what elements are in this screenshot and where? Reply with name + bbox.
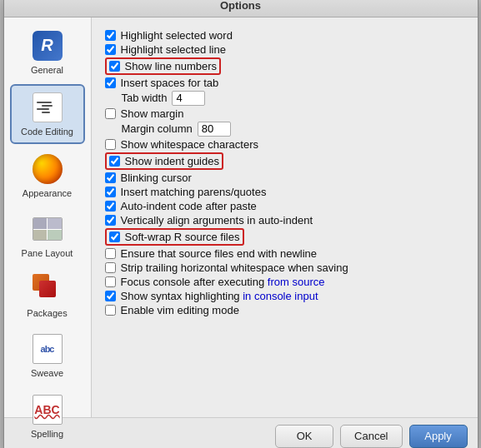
enable-vim-row: Enable vim editing mode [105, 304, 464, 316]
soft-wrap-label[interactable]: Soft-wrap R source files [125, 231, 240, 243]
sidebar-item-label: Code Editing [21, 127, 73, 137]
show-line-numbers-label[interactable]: Show line numbers [125, 60, 218, 72]
insert-matching-parens-checkbox[interactable] [105, 187, 116, 197]
show-syntax-checkbox[interactable] [105, 291, 116, 301]
content-area: R General Code Editing [4, 17, 478, 417]
show-margin-label[interactable]: Show margin [121, 107, 184, 120]
sweave-icon: abc [31, 332, 64, 366]
sidebar-item-packages[interactable]: Packages [10, 267, 85, 324]
margin-column-label: Margin column [122, 122, 193, 135]
show-whitespace-checkbox[interactable] [105, 139, 116, 150]
show-line-numbers-row: Show line numbers [105, 57, 464, 75]
blinking-cursor-checkbox[interactable] [105, 172, 116, 183]
show-line-numbers-highlight: Show line numbers [105, 57, 222, 75]
packages-icon [31, 272, 64, 306]
insert-matching-parens-label[interactable]: Insert matching parens/quotes [121, 186, 267, 198]
main-panel: Highlight selected word Highlight select… [92, 17, 478, 417]
highlight-word-checkbox[interactable] [105, 30, 116, 41]
sidebar-item-general[interactable]: R General [10, 24, 85, 81]
sidebar-item-appearance[interactable]: Appearance [10, 147, 85, 204]
ensure-newline-label[interactable]: Ensure that source files end with newlin… [121, 247, 318, 260]
auto-indent-row: Auto-indent code after paste [105, 200, 464, 212]
strip-trailing-row: Strip trailing horizontal whitespace whe… [105, 261, 464, 274]
cancel-button[interactable]: Cancel [340, 425, 402, 448]
show-syntax-label[interactable]: Show syntax highlighting in console inpu… [121, 290, 318, 302]
soft-wrap-checkbox[interactable] [109, 231, 120, 242]
show-syntax-link: in console input [243, 290, 318, 302]
auto-indent-label[interactable]: Auto-indent code after paste [121, 200, 257, 212]
show-whitespace-label[interactable]: Show whitespace characters [121, 138, 258, 151]
appearance-icon [31, 152, 64, 186]
window-title: Options [13, 0, 469, 12]
ensure-newline-checkbox[interactable] [105, 248, 116, 259]
show-indent-guides-highlight: Show indent guides [105, 152, 223, 170]
strip-trailing-label[interactable]: Strip trailing horizontal whitespace whe… [121, 261, 348, 274]
sidebar-item-sweave[interactable]: abc Sweave [10, 327, 85, 384]
highlight-line-row: Highlight selected line [105, 43, 464, 56]
show-syntax-row: Show syntax highlighting in console inpu… [105, 290, 464, 302]
insert-spaces-checkbox[interactable] [105, 77, 116, 88]
focus-console-label[interactable]: Focus console after executing from sourc… [121, 276, 325, 288]
focus-console-checkbox[interactable] [105, 276, 116, 287]
blinking-cursor-row: Blinking cursor [105, 172, 464, 184]
show-indent-guides-label[interactable]: Show indent guides [125, 155, 219, 167]
vertically-align-checkbox[interactable] [105, 215, 116, 226]
sidebar-item-label: Appearance [23, 188, 72, 199]
show-indent-guides-checkbox[interactable] [109, 156, 120, 167]
sidebar: R General Code Editing [4, 17, 92, 417]
blinking-cursor-label[interactable]: Blinking cursor [121, 172, 192, 184]
general-icon: R [31, 29, 64, 62]
ensure-newline-row: Ensure that source files end with newlin… [105, 247, 464, 260]
focus-console-link: from source [268, 276, 325, 288]
show-margin-row: Show margin [105, 107, 464, 120]
pane-layout-icon [31, 212, 64, 246]
titlebar: Options [4, 0, 478, 17]
soft-wrap-highlight: Soft-wrap R source files [105, 228, 244, 246]
spelling-icon: ABC [31, 393, 64, 426]
insert-matching-parens-row: Insert matching parens/quotes [105, 186, 464, 198]
strip-trailing-checkbox[interactable] [105, 262, 116, 273]
sidebar-item-label: Spelling [31, 429, 63, 440]
vertically-align-row: Vertically align arguments in auto-inden… [105, 214, 464, 226]
sidebar-item-label: Packages [27, 308, 67, 319]
show-margin-checkbox[interactable] [105, 108, 116, 119]
sidebar-item-label: Pane Layout [22, 248, 73, 259]
highlight-word-row: Highlight selected word [105, 29, 464, 42]
sidebar-item-pane-layout[interactable]: Pane Layout [10, 207, 85, 264]
focus-console-row: Focus console after executing from sourc… [105, 276, 464, 288]
insert-spaces-label[interactable]: Insert spaces for tab [121, 77, 219, 89]
highlight-line-label[interactable]: Highlight selected line [121, 43, 226, 56]
highlight-line-checkbox[interactable] [105, 44, 116, 55]
code-editing-icon [31, 91, 64, 124]
auto-indent-checkbox[interactable] [105, 201, 116, 212]
sidebar-item-code-editing[interactable]: Code Editing [10, 84, 85, 144]
sidebar-item-label: Sweave [31, 368, 63, 379]
ok-button[interactable]: OK [275, 425, 333, 448]
enable-vim-label[interactable]: Enable vim editing mode [121, 304, 239, 316]
highlight-word-label[interactable]: Highlight selected word [121, 29, 233, 42]
show-line-numbers-checkbox[interactable] [109, 61, 120, 72]
tab-width-label: Tab width [122, 92, 168, 104]
sidebar-item-label: General [31, 65, 63, 76]
options-window: Options R General Code Edit [3, 0, 478, 448]
show-indent-guides-row: Show indent guides [105, 152, 464, 170]
margin-column-input[interactable]: 80 [198, 122, 231, 137]
enable-vim-checkbox[interactable] [105, 305, 116, 316]
vertically-align-label[interactable]: Vertically align arguments in auto-inden… [121, 214, 313, 226]
tab-width-input[interactable]: 4 [172, 91, 205, 106]
soft-wrap-row: Soft-wrap R source files [105, 228, 464, 246]
tab-width-row: Tab width 4 [122, 91, 464, 106]
apply-button[interactable]: Apply [409, 425, 468, 448]
margin-column-row: Margin column 80 [122, 122, 464, 137]
insert-spaces-row: Insert spaces for tab [105, 77, 464, 89]
show-whitespace-row: Show whitespace characters [105, 138, 464, 151]
sidebar-item-spelling[interactable]: ABC Spelling [10, 388, 85, 445]
